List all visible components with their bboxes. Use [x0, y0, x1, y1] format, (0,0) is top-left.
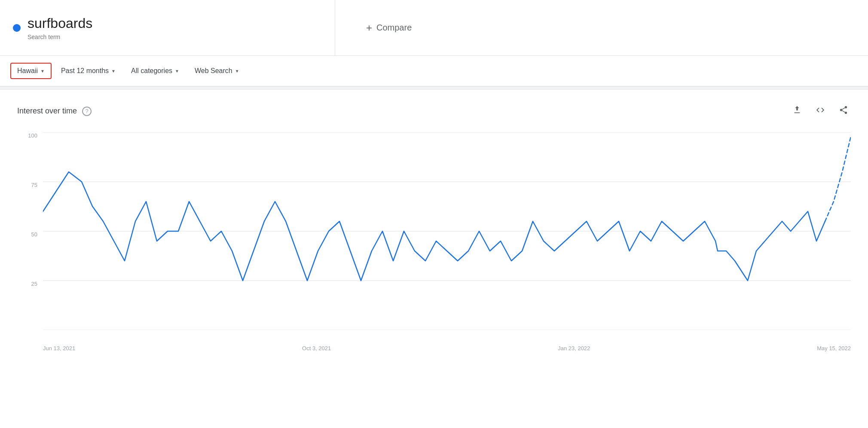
download-button[interactable] [790, 103, 804, 119]
chart-title: Interest over time [17, 107, 77, 116]
embed-icon [816, 105, 825, 115]
chart-actions [790, 103, 851, 119]
time-chevron-icon: ▼ [111, 69, 116, 73]
category-chevron-icon: ▼ [175, 69, 179, 73]
search-term-title: surfboards [28, 15, 92, 31]
chart-svg-area [43, 132, 851, 330]
y-label-25: 25 [17, 281, 41, 287]
help-icon-symbol: ? [85, 108, 88, 114]
help-icon[interactable]: ? [82, 107, 92, 116]
x-axis-labels: Jun 13, 2021 Oct 3, 2021 Jan 23, 2022 Ma… [43, 332, 851, 356]
category-label: All categories [131, 67, 172, 75]
page-header: surfboards Search term + Compare [0, 0, 868, 56]
y-label-100: 100 [17, 132, 41, 139]
plus-icon: + [366, 22, 372, 34]
region-filter[interactable]: Hawaii ▼ [10, 63, 52, 79]
filter-bar: Hawaii ▼ Past 12 months ▼ All categories… [0, 56, 868, 86]
y-label-50: 50 [17, 231, 41, 238]
search-term-dot [13, 24, 21, 32]
time-label: Past 12 months [61, 67, 109, 75]
compare-label: Compare [376, 23, 412, 33]
region-chevron-icon: ▼ [40, 69, 45, 73]
separator [0, 86, 868, 90]
x-label-oct2021: Oct 3, 2021 [302, 345, 331, 352]
search-term-info: surfboards Search term [28, 15, 92, 40]
search-term-section: surfboards Search term [0, 0, 335, 55]
region-label: Hawaii [17, 67, 38, 75]
x-label-may2022: May 15, 2022 [817, 345, 851, 352]
chart-line-dotted [825, 137, 851, 221]
chart-title-group: Interest over time ? [17, 107, 92, 116]
search-type-filter[interactable]: Web Search ▼ [189, 64, 245, 78]
search-type-chevron-icon: ▼ [235, 69, 239, 73]
y-axis-labels: 100 75 50 25 [17, 132, 41, 330]
time-filter[interactable]: Past 12 months ▼ [55, 64, 122, 78]
compare-section: + Compare [335, 0, 868, 55]
interest-chart [43, 132, 851, 330]
chart-container: 100 75 50 25 Jun 13, [17, 132, 851, 356]
chart-line-solid [43, 172, 825, 281]
share-icon [839, 105, 848, 115]
chart-section: Interest over time ? [0, 90, 868, 364]
category-filter[interactable]: All categories ▼ [125, 64, 185, 78]
compare-button[interactable]: + Compare [361, 18, 417, 37]
x-label-jun2021: Jun 13, 2021 [43, 345, 75, 352]
search-type-label: Web Search [195, 67, 232, 75]
embed-button[interactable] [813, 103, 828, 119]
search-term-label: Search term [28, 34, 92, 40]
download-icon [792, 105, 802, 115]
chart-header: Interest over time ? [17, 103, 851, 119]
share-button[interactable] [836, 103, 851, 119]
y-label-75: 75 [17, 182, 41, 188]
x-label-jan2022: Jan 23, 2022 [558, 345, 590, 352]
